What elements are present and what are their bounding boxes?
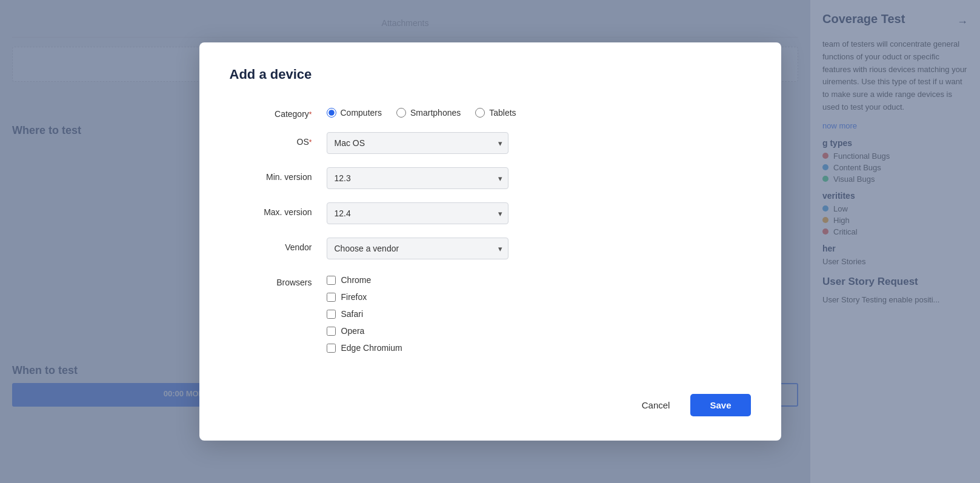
max-version-select-wrapper: 12.4 12.3 12.2 12.1 ▾ — [327, 202, 508, 224]
vendor-select-wrapper: Choose a vendor Apple Dell HP Lenovo ▾ — [327, 238, 508, 259]
os-select[interactable]: Mac OS Windows Linux Android iOS — [327, 132, 508, 154]
max-version-row: Max. version 12.4 12.3 12.2 12.1 ▾ — [230, 202, 751, 224]
category-radio-group: Computers Smartphones Tablets — [327, 104, 751, 118]
modal-overlay: Add a device Category* Computers Smartph… — [0, 0, 980, 483]
modal-form: Category* Computers Smartphones Tablets — [230, 104, 751, 366]
category-label: Category* — [230, 104, 327, 119]
smartphones-label: Smartphones — [410, 108, 461, 118]
browsers-label: Browsers — [230, 273, 327, 287]
safari-label: Safari — [341, 309, 364, 319]
browsers-checkbox-group: Chrome Firefox Safari Opera — [327, 273, 751, 353]
os-label-text: OS — [297, 137, 309, 147]
opera-label: Opera — [341, 326, 365, 336]
category-required-star: * — [309, 110, 312, 119]
firefox-checkbox[interactable] — [327, 293, 336, 302]
max-version-select[interactable]: 12.4 12.3 12.2 12.1 — [327, 202, 508, 224]
os-control: Mac OS Windows Linux Android iOS ▾ — [327, 132, 521, 154]
smartphones-radio[interactable] — [396, 108, 406, 118]
max-version-control: 12.4 12.3 12.2 12.1 ▾ — [327, 202, 521, 224]
category-computers[interactable]: Computers — [327, 108, 382, 118]
tablets-label: Tablets — [489, 108, 516, 118]
modal-footer: Cancel Save — [230, 384, 751, 416]
min-version-control: 12.3 12.2 12.1 12.0 ▾ — [327, 167, 521, 189]
category-row: Category* Computers Smartphones Tablets — [230, 104, 751, 119]
opera-checkbox[interactable] — [327, 327, 336, 336]
computers-label: Computers — [341, 108, 382, 118]
browser-chrome[interactable]: Chrome — [327, 275, 751, 285]
os-label: OS* — [230, 132, 327, 147]
min-version-select-wrapper: 12.3 12.2 12.1 12.0 ▾ — [327, 167, 508, 189]
modal-title: Add a device — [230, 67, 751, 82]
min-version-label: Min. version — [230, 167, 327, 182]
tablets-radio[interactable] — [475, 108, 485, 118]
edge-chromium-checkbox[interactable] — [327, 344, 336, 353]
cancel-button[interactable]: Cancel — [630, 394, 682, 416]
os-row: OS* Mac OS Windows Linux Android iOS ▾ — [230, 132, 751, 154]
chrome-checkbox[interactable] — [327, 276, 336, 285]
category-tablets[interactable]: Tablets — [475, 108, 516, 118]
vendor-row: Vendor Choose a vendor Apple Dell HP Len… — [230, 238, 751, 259]
os-select-wrapper: Mac OS Windows Linux Android iOS ▾ — [327, 132, 508, 154]
vendor-control: Choose a vendor Apple Dell HP Lenovo ▾ — [327, 238, 521, 259]
vendor-select[interactable]: Choose a vendor Apple Dell HP Lenovo — [327, 238, 508, 259]
add-device-modal: Add a device Category* Computers Smartph… — [199, 42, 781, 441]
browsers-row: Browsers Chrome Firefox Safari — [230, 273, 751, 353]
save-button[interactable]: Save — [690, 394, 750, 416]
firefox-label: Firefox — [341, 292, 367, 302]
min-version-row: Min. version 12.3 12.2 12.1 12.0 ▾ — [230, 167, 751, 189]
vendor-label: Vendor — [230, 238, 327, 252]
chrome-label: Chrome — [341, 275, 372, 285]
edge-chromium-label: Edge Chromium — [341, 343, 402, 353]
max-version-label: Max. version — [230, 202, 327, 217]
safari-checkbox[interactable] — [327, 310, 336, 319]
browser-edge-chromium[interactable]: Edge Chromium — [327, 343, 751, 353]
browser-firefox[interactable]: Firefox — [327, 292, 751, 302]
category-label-text: Category — [275, 109, 309, 119]
min-version-select[interactable]: 12.3 12.2 12.1 12.0 — [327, 167, 508, 189]
category-smartphones[interactable]: Smartphones — [396, 108, 461, 118]
os-required-star: * — [309, 138, 312, 147]
computers-radio[interactable] — [327, 108, 336, 118]
browser-opera[interactable]: Opera — [327, 326, 751, 336]
browser-safari[interactable]: Safari — [327, 309, 751, 319]
